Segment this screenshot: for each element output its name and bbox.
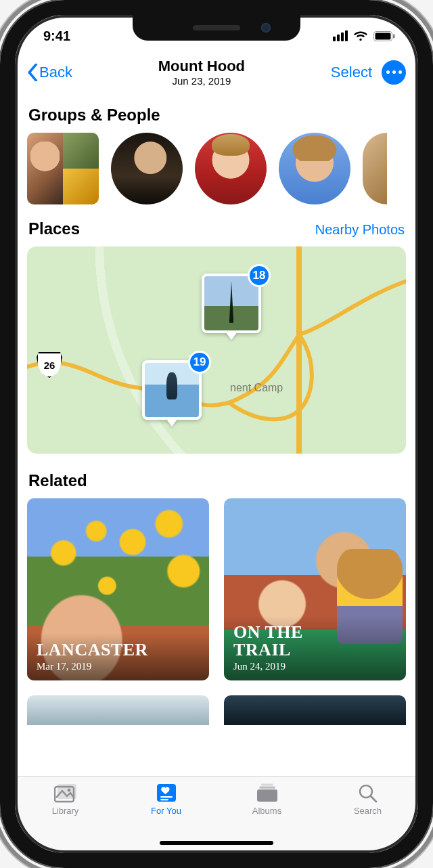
svg-rect-7 [160,796,173,798]
section-title-places: Places [28,219,80,238]
tab-label: Albums [252,806,281,816]
tab-label: Search [354,806,382,816]
cellular-signal-icon [333,30,348,41]
for-you-icon [155,783,178,803]
nav-title: Mount Hood Jun 23, 2019 [158,58,245,87]
section-title-related: Related [28,471,405,490]
svg-rect-1 [375,32,391,39]
map-pin-count-badge: 19 [188,351,211,374]
svg-rect-9 [257,789,277,802]
tab-search[interactable]: Search [327,783,409,816]
svg-line-13 [371,796,376,802]
svg-rect-2 [393,34,395,38]
wifi-icon [353,30,368,41]
related-memory-card[interactable] [224,695,406,725]
person-avatar[interactable] [111,133,183,204]
map-place-label: nent Camp [230,382,283,394]
tab-label: Library [52,806,79,816]
related-memory-card[interactable] [27,695,209,725]
section-title-groups-people: Groups & People [28,106,405,125]
nav-bar: Back Mount Hood Jun 23, 2019 Select [15,51,418,93]
related-memory-card[interactable]: ON THE TRAIL Jun 24, 2019 [224,498,406,680]
tab-label: For You [151,806,181,816]
tab-for-you[interactable]: For You [126,783,207,816]
page-title: Mount Hood [158,58,245,74]
related-memory-card[interactable]: LANCASTER Mar 17, 2019 [27,498,209,680]
places-map[interactable]: 26 nent Camp 18 19 [27,246,406,454]
home-indicator[interactable] [160,841,273,845]
map-photo-pin[interactable]: 19 [142,360,202,420]
memory-title: LANCASTER [37,641,200,658]
library-icon [54,783,77,803]
nearby-photos-link[interactable]: Nearby Photos [315,222,405,238]
content-scroll[interactable]: Groups & People Places Nearby Photos [15,93,418,853]
status-time: 9:41 [43,28,70,44]
people-row[interactable] [27,133,406,204]
select-button[interactable]: Select [331,64,372,81]
svg-point-5 [67,789,70,792]
ellipsis-icon [386,70,390,74]
person-avatar[interactable] [279,133,350,204]
person-avatar[interactable] [195,133,267,204]
chevron-left-icon [27,64,38,81]
svg-rect-11 [261,784,273,786]
person-avatar[interactable] [363,133,387,204]
memory-title: ON THE TRAIL [233,624,396,658]
svg-rect-10 [259,787,275,789]
tab-albums[interactable]: Albums [227,783,308,816]
tab-library[interactable]: Library [25,783,106,816]
people-group-tile[interactable] [27,133,99,204]
memory-date: Jun 24, 2019 [233,661,396,672]
svg-rect-8 [160,799,168,800]
page-subtitle: Jun 23, 2019 [158,75,245,87]
back-label: Back [39,64,72,81]
battery-icon [373,31,395,41]
map-pin-count-badge: 18 [248,264,271,287]
albums-icon [256,783,279,803]
search-icon [357,783,380,803]
back-button[interactable]: Back [27,64,72,81]
memory-date: Mar 17, 2019 [37,661,200,672]
map-photo-pin[interactable]: 18 [202,274,261,333]
notch [133,15,300,41]
more-button[interactable] [382,60,406,85]
